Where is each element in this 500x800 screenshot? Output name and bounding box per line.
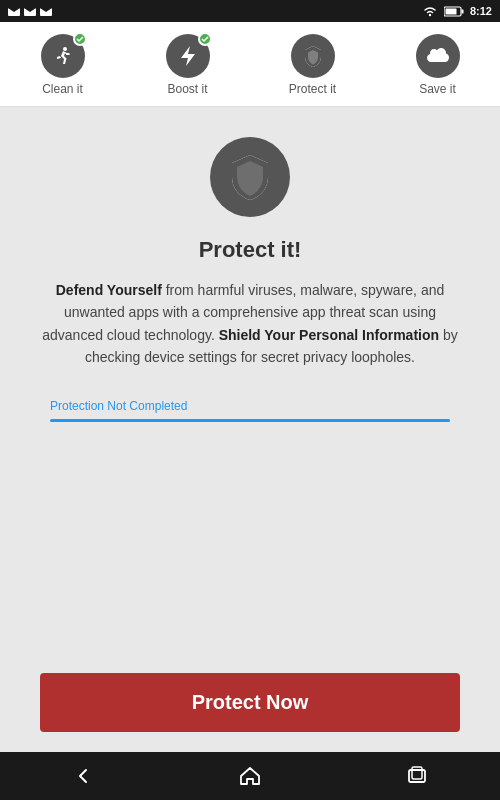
notification-icon-1: [8, 6, 20, 16]
protect-title: Protect it!: [199, 237, 302, 263]
tab-boost-icon-wrap: [166, 34, 210, 78]
content-section: Protect it! Defend Yourself from harmful…: [0, 107, 500, 752]
boost-check-badge: [198, 32, 212, 46]
back-arrow-icon: [71, 764, 95, 788]
wifi-icon: [422, 5, 438, 17]
svg-point-10: [63, 47, 67, 51]
tab-save[interactable]: Save it: [375, 30, 500, 100]
tab-clean-icon-wrap: [41, 34, 85, 78]
bottom-nav: [0, 752, 500, 800]
clean-check-badge: [73, 32, 87, 46]
protect-description: Defend Yourself from harmful viruses, ma…: [40, 279, 460, 369]
protect-now-button[interactable]: Protect Now: [40, 673, 460, 732]
tab-save-label: Save it: [419, 82, 456, 96]
back-button[interactable]: [71, 764, 95, 788]
tab-protect[interactable]: Protect it: [250, 30, 375, 100]
tab-protect-label: Protect it: [289, 82, 336, 96]
runner-icon: [51, 44, 75, 68]
desc-bold-1: Defend Yourself: [56, 282, 162, 298]
tab-save-icon-wrap: [416, 34, 460, 78]
tab-bar: Clean it Boost it: [0, 22, 500, 107]
status-bar-system: 8:12: [422, 5, 492, 17]
notification-icon-2: [24, 6, 36, 16]
home-icon: [238, 764, 262, 788]
desc-bold-2: Shield Your Personal Information: [219, 327, 439, 343]
recents-icon: [405, 764, 429, 788]
main-shield-icon: [210, 137, 290, 217]
tab-boost-label: Boost it: [167, 82, 207, 96]
recents-button[interactable]: [405, 764, 429, 788]
shield-tab-icon: [302, 44, 324, 68]
main-content: Clean it Boost it: [0, 22, 500, 752]
shield-main-svg: [228, 153, 272, 201]
bolt-icon: [177, 44, 199, 68]
tab-protect-icon-wrap: [291, 34, 335, 78]
progress-section: Protection Not Completed: [40, 399, 460, 422]
tab-clean[interactable]: Clean it: [0, 30, 125, 100]
progress-bar: [50, 419, 450, 422]
tab-boost[interactable]: Boost it: [125, 30, 250, 100]
svg-marker-11: [181, 46, 195, 66]
svg-rect-9: [445, 8, 456, 14]
home-button[interactable]: [238, 764, 262, 788]
time-display: 8:12: [470, 5, 492, 17]
notification-icon-3: [40, 6, 52, 16]
cloud-icon: [425, 46, 451, 66]
status-bar-notifications: [8, 6, 52, 16]
tab-clean-label: Clean it: [42, 82, 83, 96]
status-bar: 8:12: [0, 0, 500, 22]
svg-point-6: [429, 14, 431, 16]
progress-label: Protection Not Completed: [50, 399, 450, 413]
battery-icon: [444, 6, 464, 17]
svg-rect-13: [412, 767, 422, 779]
svg-rect-8: [461, 9, 463, 13]
